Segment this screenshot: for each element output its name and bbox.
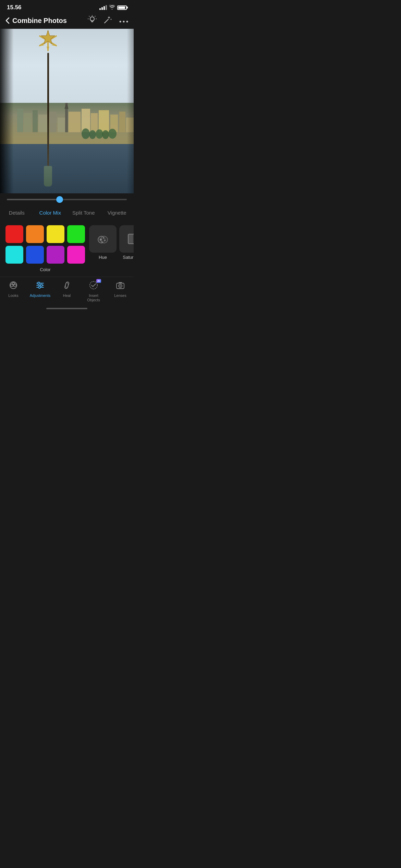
color-swatch-green[interactable] bbox=[67, 225, 85, 243]
svg-point-65 bbox=[40, 284, 42, 286]
hue-label: Hue bbox=[99, 255, 107, 260]
page-title: Combine Photos bbox=[12, 17, 67, 25]
svg-point-41 bbox=[103, 237, 104, 239]
svg-point-43 bbox=[101, 241, 103, 243]
svg-point-0 bbox=[90, 17, 94, 21]
color-swatches-section: Color bbox=[5, 225, 85, 273]
bottom-nav: Looks Adjustments Heal bbox=[0, 277, 134, 305]
svg-point-42 bbox=[104, 240, 106, 241]
pole-base bbox=[44, 166, 52, 186]
svg-rect-10 bbox=[17, 109, 23, 132]
photo-canvas[interactable] bbox=[0, 29, 134, 193]
tab-details[interactable]: Details bbox=[0, 208, 34, 217]
svg-marker-17 bbox=[64, 103, 69, 109]
svg-rect-18 bbox=[69, 112, 81, 132]
svg-line-6 bbox=[105, 19, 108, 23]
color-swatch-purple[interactable] bbox=[47, 246, 64, 264]
heal-label: Heal bbox=[63, 293, 71, 298]
slider-thumb[interactable] bbox=[56, 196, 63, 203]
svg-point-27 bbox=[96, 129, 103, 138]
svg-rect-20 bbox=[91, 113, 98, 132]
saturation-icon-box bbox=[119, 225, 134, 253]
tab-split-tone[interactable]: Split Tone bbox=[67, 208, 100, 217]
svg-rect-11 bbox=[24, 113, 32, 132]
svg-rect-23 bbox=[119, 112, 125, 132]
color-swatch-orange[interactable] bbox=[26, 225, 44, 243]
lenses-label: Lenses bbox=[114, 293, 126, 298]
svg-rect-45 bbox=[128, 234, 133, 244]
adjustments-label: Adjustments bbox=[30, 293, 51, 298]
back-button[interactable] bbox=[5, 17, 10, 24]
looks-label: Looks bbox=[8, 293, 18, 298]
svg-point-25 bbox=[82, 129, 90, 139]
color-mix-panel: Color Hue bbox=[0, 220, 134, 277]
svg-point-9 bbox=[126, 21, 128, 23]
pole-line bbox=[47, 53, 49, 166]
nav-heal[interactable]: Heal bbox=[53, 280, 80, 302]
magic-wand-icon[interactable] bbox=[104, 15, 112, 26]
svg-point-40 bbox=[100, 239, 102, 241]
svg-point-69 bbox=[90, 281, 97, 289]
color-swatch-magenta[interactable] bbox=[67, 246, 85, 264]
battery-icon bbox=[117, 5, 127, 10]
nav-adjustments[interactable]: Adjustments bbox=[27, 280, 53, 302]
svg-point-29 bbox=[108, 129, 117, 138]
header-left: Combine Photos bbox=[5, 17, 67, 25]
lenses-icon bbox=[116, 280, 125, 292]
color-swatch-yellow[interactable] bbox=[47, 225, 64, 243]
svg-point-26 bbox=[89, 130, 96, 139]
wifi-icon bbox=[109, 5, 115, 11]
insert-objects-label: InsertObjects bbox=[87, 293, 100, 302]
slider-area bbox=[0, 193, 134, 204]
header: Combine Photos bbox=[0, 12, 134, 29]
status-bar: 15.56 bbox=[0, 0, 134, 12]
tools-row: Hue Saturation bbox=[89, 225, 134, 260]
color-swatch-red[interactable] bbox=[5, 225, 23, 243]
svg-point-7 bbox=[120, 21, 121, 23]
saturation-button[interactable]: Saturation bbox=[119, 225, 134, 260]
nav-insert-objects[interactable]: AI InsertObjects bbox=[80, 280, 107, 302]
svg-point-72 bbox=[120, 285, 121, 287]
tab-bar: Details Color Mix Split Tone Vignette bbox=[0, 204, 134, 220]
slider-fill bbox=[7, 199, 60, 200]
svg-point-28 bbox=[102, 130, 109, 139]
svg-line-3 bbox=[95, 16, 95, 16]
home-indicator bbox=[0, 305, 134, 311]
color-grid bbox=[5, 225, 85, 264]
svg-point-64 bbox=[38, 282, 40, 284]
svg-point-68 bbox=[65, 282, 68, 288]
svg-line-2 bbox=[89, 16, 89, 16]
city-layer bbox=[0, 103, 134, 144]
adjustments-icon bbox=[35, 280, 45, 292]
photo-content bbox=[0, 29, 134, 193]
color-label: Color bbox=[40, 267, 50, 272]
hue-button[interactable]: Hue bbox=[89, 225, 117, 260]
signal-icon bbox=[99, 5, 107, 10]
color-swatch-cyan[interactable] bbox=[5, 246, 23, 264]
status-icons bbox=[99, 5, 127, 11]
nav-looks[interactable]: Looks bbox=[0, 280, 27, 302]
tab-color-mix[interactable]: Color Mix bbox=[34, 208, 67, 217]
saturation-label: Saturation bbox=[123, 255, 134, 260]
more-options-icon[interactable] bbox=[119, 16, 128, 25]
svg-rect-21 bbox=[99, 110, 109, 132]
insert-badge: AI bbox=[89, 280, 98, 292]
svg-point-71 bbox=[119, 284, 122, 288]
status-time: 15.56 bbox=[7, 4, 22, 11]
tab-vignette[interactable]: Vignette bbox=[100, 208, 134, 217]
svg-rect-24 bbox=[126, 118, 134, 132]
color-swatch-blue[interactable] bbox=[26, 246, 44, 264]
header-actions bbox=[88, 15, 128, 26]
insert-objects-icon bbox=[89, 282, 98, 292]
heal-icon bbox=[62, 280, 72, 292]
svg-point-66 bbox=[38, 286, 40, 288]
ai-badge: AI bbox=[96, 279, 101, 283]
hue-icon-box bbox=[89, 225, 117, 253]
star-pole-decoration bbox=[36, 29, 60, 186]
slider-track[interactable] bbox=[7, 199, 127, 200]
looks-icon bbox=[9, 280, 18, 292]
home-bar bbox=[46, 308, 87, 309]
svg-point-8 bbox=[123, 21, 125, 23]
lightbulb-icon[interactable] bbox=[88, 15, 97, 26]
nav-lenses[interactable]: Lenses bbox=[107, 280, 134, 302]
